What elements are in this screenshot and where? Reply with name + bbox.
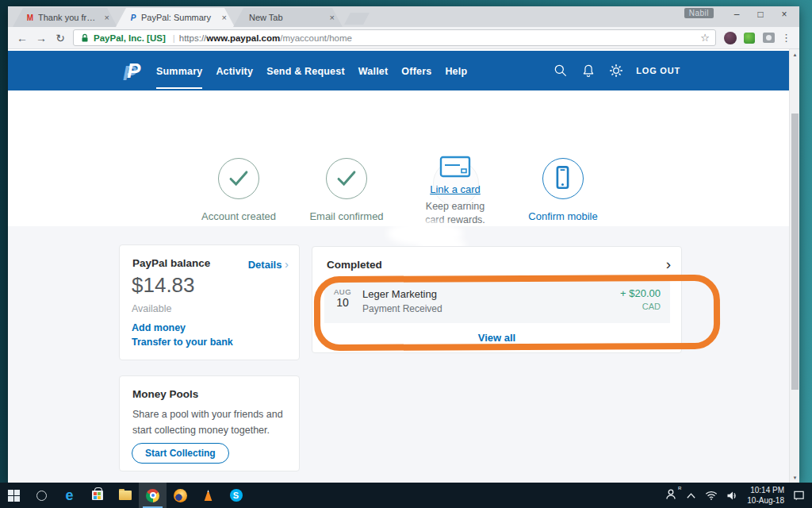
mobile-phone-icon [543,159,582,198]
tab-gmail[interactable]: M Thank you from LegerWe × [13,8,117,27]
security-badge[interactable]: PayPal, Inc. [US] [94,33,166,43]
action-center-icon[interactable] [793,490,805,501]
page-scrollbar[interactable]: ▲ ▼ [789,49,799,483]
money-pools-card: Money Pools Share a pool with your frien… [119,375,300,471]
tray-time: 10:14 PM [747,485,784,495]
cortana-icon [36,491,47,501]
nav-wallet[interactable]: Wallet [358,52,389,89]
balance-amount: $14.83 [132,273,195,298]
forward-button[interactable]: → [33,32,49,44]
tab-newtab[interactable]: New Tab × [233,8,343,27]
transfer-to-bank-link[interactable]: Transfer to your bank [132,337,233,348]
paypal-favicon: P [128,13,138,22]
edge-icon: e [65,488,73,502]
new-tab-button[interactable] [344,13,370,25]
tab-title: PayPal: Summary [141,13,217,22]
nav-offers[interactable]: Offers [401,52,431,89]
notifications-bell-icon[interactable] [580,63,596,79]
paypal-logo[interactable]: P P [123,59,145,83]
page-content: P P Summary Activity Send & Request Wall… [8,49,799,483]
tab-title: New Tab [249,13,325,22]
nav-send-request[interactable]: Send & Request [266,52,345,89]
nav-activity[interactable]: Activity [216,52,253,89]
edge-taskbar-button[interactable]: e [56,483,83,508]
people-tray-button[interactable]: R [665,488,677,503]
store-taskbar-button[interactable] [83,483,111,508]
paypal-balance-card: PayPal balance Details › $14.83 Availabl… [119,244,300,360]
address-bar[interactable]: PayPal, Inc. [US] | https://www.paypal.c… [73,29,716,46]
scrollbar-thumb[interactable] [791,114,799,390]
logout-button[interactable]: LOG OUT [636,66,680,75]
paypal-logo-front: P [127,59,140,83]
money-pools-title: Money Pools [132,388,198,400]
paypal-navbar: P P Summary Activity Send & Request Wall… [8,51,789,90]
url-domain: www.paypal.com [206,33,280,43]
url-scheme: https:// [179,33,207,43]
vlc-taskbar-button[interactable] [194,483,222,508]
close-button[interactable]: × [772,6,796,22]
url-divider: | [173,33,175,43]
chevron-right-icon[interactable]: › [666,256,671,271]
wifi-icon[interactable] [705,491,718,500]
orange-highlight-annotation [314,275,720,351]
tray-date: 10-Aug-18 [747,495,784,506]
tray-clock[interactable]: 10:14 PM 10-Aug-18 [747,485,784,506]
firefox-taskbar-button[interactable] [167,483,194,508]
confirm-mobile-label[interactable]: Confirm mobile [500,210,626,222]
minimize-button[interactable]: – [725,6,749,22]
details-link[interactable]: Details › [248,257,289,271]
volume-icon[interactable] [726,491,738,501]
status-band: Account created Email confirmed Link a c… [8,90,789,226]
bookmark-star-icon[interactable]: ☆ [700,32,710,44]
chrome-menu-icon[interactable]: ⋮ [781,32,791,44]
account-created-circle [218,158,259,199]
skype-taskbar-button[interactable]: S [222,483,250,508]
maximize-button[interactable]: □ [749,6,772,22]
lock-icon [79,33,90,44]
browser-window: M Thank you from LegerWe × P PayPal: Sum… [8,6,799,483]
chevron-right-icon: › [285,257,289,271]
windows-logo-icon [8,490,20,502]
windows-taskbar: e S R [0,483,812,508]
chrome-icon [146,489,159,502]
credit-card-icon[interactable] [439,156,471,178]
extension-icon[interactable] [742,31,756,45]
gmail-icon: M [25,13,35,22]
link-a-card-link[interactable]: Link a card [392,183,519,195]
people-icon [665,488,677,500]
email-confirmed-label: Email confirmed [283,210,410,222]
nav-summary[interactable]: Summary [156,52,202,89]
balance-availability: Available [132,303,172,314]
chrome-taskbar-button[interactable] [139,483,167,508]
file-explorer-button[interactable] [111,483,139,508]
tray-expand-caret-icon[interactable] [686,492,696,499]
scroll-up-arrow[interactable]: ▲ [790,49,799,60]
profile-avatar[interactable] [723,31,737,45]
tab-close-icon[interactable]: × [220,13,228,22]
confirm-mobile-circle [542,158,584,199]
browser-toolbar: ← → ↻ PayPal, Inc. [US] | https://www.pa… [8,27,799,49]
details-label: Details [248,259,282,271]
nav-help[interactable]: Help [445,52,467,89]
tab-close-icon[interactable]: × [103,13,111,22]
tab-paypal[interactable]: P PayPal: Summary × [116,8,235,27]
system-tray: R 10:14 PM 10-Aug-18 [665,485,812,506]
scroll-down-arrow[interactable]: ▼ [790,472,799,483]
url-path: /myaccount/home [280,33,352,43]
tab-close-icon[interactable]: × [328,13,336,22]
camera-glyph [763,33,775,43]
firefox-icon [174,489,187,502]
reload-button[interactable]: ↻ [52,32,68,44]
add-money-link[interactable]: Add money [132,322,186,333]
screenshot-extension-icon[interactable] [761,31,776,45]
completed-header: Completed [327,259,382,271]
cortana-button[interactable] [28,483,56,508]
settings-gear-icon[interactable] [608,63,624,79]
start-button[interactable] [0,483,28,508]
back-button[interactable]: ← [14,32,30,44]
search-icon[interactable] [553,63,569,79]
start-collecting-button[interactable]: Start Collecting [132,443,229,464]
skype-icon: S [230,489,243,502]
avatar [724,32,737,44]
money-pools-description: Share a pool with your friends and start… [132,406,289,438]
